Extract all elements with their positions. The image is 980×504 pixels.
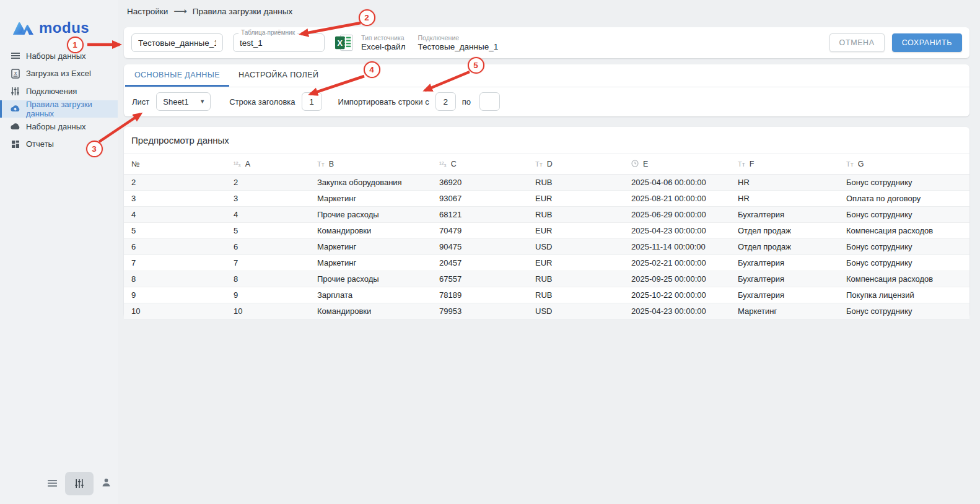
- sheet-label: Лист: [132, 97, 149, 106]
- column-header: TтG: [839, 154, 969, 175]
- column-header-label: C: [451, 160, 457, 168]
- table-cell: Оплата по договору: [839, 191, 969, 207]
- sliders-toggle-button[interactable]: [65, 472, 94, 495]
- grid-icon: [10, 140, 20, 149]
- save-button[interactable]: СОХРАНИТЬ: [892, 33, 962, 52]
- table-cell: Закупка оборудования: [310, 175, 432, 191]
- table-row: 99Зарплата78189RUB2025-10-22 00:00:00Бух…: [124, 287, 969, 303]
- header-row-input[interactable]: [302, 92, 322, 111]
- table-cell: Бухгалтерия: [730, 255, 839, 271]
- sidebar-item-label: Отчеты: [26, 139, 54, 149]
- text-type-icon: Tт: [535, 160, 543, 168]
- tab-main-data[interactable]: ОСНОВНЫЕ ДАННЫЕ: [125, 64, 229, 87]
- datetime-type-icon: [631, 160, 639, 168]
- table-cell: 10: [226, 303, 310, 319]
- table-cell: 6: [226, 239, 310, 255]
- svg-text:x: x: [14, 69, 17, 76]
- table-cell: 68121: [432, 207, 528, 223]
- table-cell: Отдел продаж: [730, 223, 839, 239]
- table-cell: 2025-09-25 00:00:00: [624, 271, 730, 287]
- cloud-upload-icon: [10, 105, 20, 113]
- table-body: 22Закупка оборудования36920RUB2025-04-06…: [124, 175, 969, 319]
- table-cell: Бонус сотруднику: [839, 175, 969, 191]
- table-cell: Бухгалтерия: [730, 207, 839, 223]
- table-cell: 9: [226, 287, 310, 303]
- table-cell: Отдел продаж: [730, 239, 839, 255]
- sheet-select-value: Sheet1: [163, 97, 188, 106]
- table-cell: 3: [124, 191, 226, 207]
- sidebar-item-load-rules[interactable]: Правила загрузки данных: [0, 100, 118, 118]
- import-to-input[interactable]: [479, 92, 500, 111]
- main-content: Настройки ⟶ Правила загрузки данных Табл…: [118, 0, 980, 504]
- table-cell: 70479: [432, 223, 528, 239]
- sheet-select[interactable]: Sheet1 ▼: [156, 92, 211, 111]
- table-cell: 2025-10-22 00:00:00: [624, 287, 730, 303]
- sidebar-item-connections[interactable]: Подключения: [0, 82, 118, 100]
- table-cell: 2025-08-21 00:00:00: [624, 191, 730, 207]
- breadcrumb-item-settings[interactable]: Настройки: [127, 7, 168, 16]
- column-header: E: [624, 154, 730, 175]
- tabs-card: ОСНОВНЫЕ ДАННЫЕНАСТРОЙКА ПОЛЕЙ Лист Shee…: [124, 64, 969, 116]
- sidebar-item-reports[interactable]: Отчеты: [0, 136, 118, 154]
- breadcrumb-item-current: Правила загрузки данных: [193, 7, 292, 16]
- number-type-icon: ¹²₃: [234, 160, 241, 168]
- table-cell: USD: [528, 239, 624, 255]
- rule-name-input[interactable]: [131, 33, 223, 52]
- sidebar-item-label: Правила загрузки данных: [26, 100, 112, 118]
- table-cell: 8: [226, 271, 310, 287]
- column-header: TтF: [730, 154, 839, 175]
- column-header: ¹²₃C: [432, 154, 528, 175]
- table-header-row: №¹²₃ATтB¹²₃CTтDETтFTтG: [124, 154, 969, 175]
- menu-icon[interactable]: [47, 478, 58, 491]
- column-header: ¹²₃A: [226, 154, 310, 175]
- sidebar-item-datasets-2[interactable]: Наборы данных: [0, 118, 118, 136]
- sliders-icon: [10, 87, 20, 96]
- table-cell: 10: [124, 303, 226, 319]
- table-cell: RUB: [528, 175, 624, 191]
- target-table-field: Таблица-приёмник: [233, 33, 325, 52]
- text-type-icon: Tт: [846, 160, 854, 168]
- sidebar-item-datasets[interactable]: Наборы данных: [0, 47, 118, 65]
- column-header-label: G: [858, 160, 864, 168]
- import-from-input[interactable]: [435, 92, 456, 111]
- target-table-label: Таблица-приёмник: [238, 30, 297, 36]
- target-table-input[interactable]: [233, 33, 325, 52]
- table-cell: 7: [226, 255, 310, 271]
- tabs: ОСНОВНЫЕ ДАННЫЕНАСТРОЙКА ПОЛЕЙ: [124, 64, 969, 87]
- connection-label: Подключение: [418, 34, 499, 42]
- import-to-label: по: [462, 97, 471, 106]
- tab-field-settings[interactable]: НАСТРОЙКА ПОЛЕЙ: [229, 64, 328, 87]
- logo-text: modus: [39, 19, 89, 37]
- column-header: TтB: [310, 154, 432, 175]
- table-cell: Бонус сотруднику: [839, 255, 969, 271]
- table-cell: 78189: [432, 287, 528, 303]
- user-icon[interactable]: [101, 477, 112, 490]
- table-cell: 2025-04-23 00:00:00: [624, 223, 730, 239]
- table-cell: RUB: [528, 271, 624, 287]
- table-cell: 6: [124, 239, 226, 255]
- column-header-label: B: [329, 160, 334, 168]
- table-row: 44Прочие расходы68121RUB2025-06-29 00:00…: [124, 207, 969, 223]
- svg-text:X: X: [337, 39, 343, 48]
- table-cell: HR: [730, 175, 839, 191]
- table-cell: 2025-06-29 00:00:00: [624, 207, 730, 223]
- table-cell: 79953: [432, 303, 528, 319]
- table-cell: 8: [124, 271, 226, 287]
- cancel-button[interactable]: ОТМЕНА: [829, 33, 885, 52]
- logo-mark-icon: [12, 19, 35, 36]
- table-cell: 20457: [432, 255, 528, 271]
- table-cell: Маркетинг: [310, 239, 432, 255]
- table-cell: EUR: [528, 223, 624, 239]
- table-cell: RUB: [528, 287, 624, 303]
- table-cell: USD: [528, 303, 624, 319]
- table-cell: Зарплата: [310, 287, 432, 303]
- header-card: Таблица-приёмник X Тип источника Excel-ф…: [124, 27, 969, 58]
- column-header-label: E: [643, 160, 648, 168]
- preview-title: Предпросмотр данных: [131, 135, 962, 146]
- column-header-label: F: [750, 160, 755, 168]
- connection-field: Подключение Тестовые_данные_1: [418, 34, 499, 52]
- table-cell: 2025-04-23 00:00:00: [624, 303, 730, 319]
- sidebar-item-excel-upload[interactable]: xЗагрузка из Excel: [0, 65, 118, 83]
- source-type-field: Тип источника Excel-файл: [361, 34, 406, 52]
- table-cell: 5: [124, 223, 226, 239]
